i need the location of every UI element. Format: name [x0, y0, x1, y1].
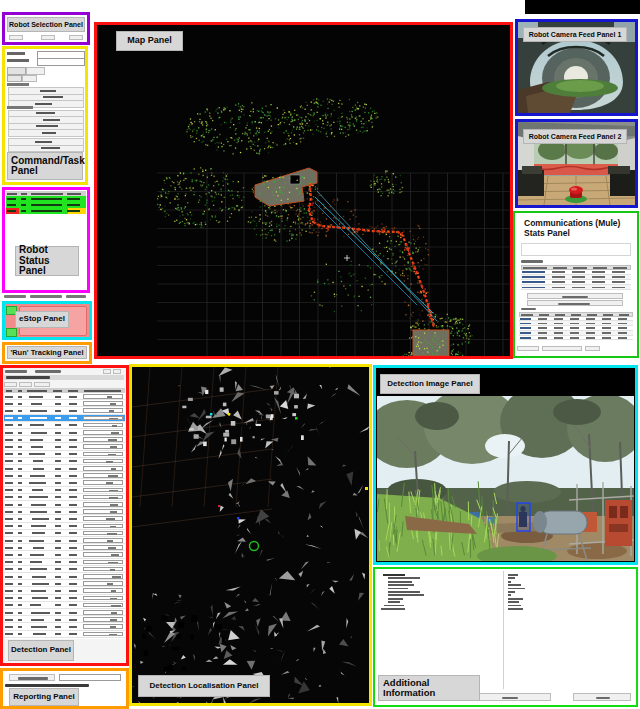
cell-field[interactable]: [83, 552, 123, 557]
detection-row[interactable]: [4, 623, 125, 630]
detection-tab[interactable]: [4, 382, 17, 387]
cell-field[interactable]: [83, 632, 123, 637]
cell-field[interactable]: [83, 430, 123, 435]
comms-tab[interactable]: [542, 346, 582, 351]
detection-row[interactable]: [4, 551, 125, 558]
detection-toolbar-button[interactable]: [113, 369, 121, 374]
detection-row[interactable]: [4, 451, 125, 458]
detection-row[interactable]: [4, 472, 125, 479]
status-tab[interactable]: [4, 295, 26, 298]
cell-field[interactable]: [83, 488, 123, 493]
detection-row[interactable]: [4, 609, 125, 616]
detection-row[interactable]: [4, 407, 125, 414]
cell-field[interactable]: [83, 466, 123, 471]
cell-field[interactable]: [83, 509, 123, 514]
cell-field[interactable]: [83, 473, 123, 478]
cell-field[interactable]: [83, 444, 123, 449]
detection-row[interactable]: [4, 530, 125, 537]
status-row[interactable]: [6, 208, 86, 214]
detection-row[interactable]: [4, 465, 125, 472]
commands-tab[interactable]: [7, 67, 26, 75]
cell-field[interactable]: [83, 452, 123, 457]
cell-field[interactable]: [83, 560, 123, 565]
cell-field[interactable]: [83, 603, 123, 608]
report-input-field[interactable]: [59, 674, 121, 681]
cell-field[interactable]: [83, 531, 123, 536]
detection-row[interactable]: [4, 422, 125, 429]
cell-field[interactable]: [83, 416, 123, 421]
robot-select-button[interactable]: [69, 35, 83, 40]
detection-bounding-box[interactable]: [517, 503, 530, 531]
cell-field[interactable]: [83, 567, 123, 572]
cell-field[interactable]: [83, 624, 123, 629]
command-button[interactable]: [8, 145, 84, 153]
cell-field[interactable]: [83, 545, 123, 550]
detection-row[interactable]: [4, 415, 125, 422]
estop-indicator[interactable]: [6, 328, 17, 337]
cell-field[interactable]: [83, 495, 123, 500]
cell-field[interactable]: [83, 596, 123, 601]
detection-row[interactable]: [4, 508, 125, 515]
detection-row[interactable]: [4, 400, 125, 407]
send-report-button[interactable]: [9, 674, 55, 681]
detection-image[interactable]: [377, 396, 634, 561]
cell-field[interactable]: [83, 502, 123, 507]
sub-tab[interactable]: [7, 75, 22, 82]
add-info-button[interactable]: [573, 693, 631, 701]
cell-field[interactable]: [83, 524, 123, 529]
detection-row[interactable]: [4, 602, 125, 609]
detection-row[interactable]: [4, 573, 125, 580]
command-button[interactable]: [8, 129, 84, 137]
sub-tab[interactable]: [22, 75, 37, 82]
detection-row[interactable]: [4, 595, 125, 602]
robot-select-button[interactable]: [9, 35, 23, 40]
detection-table[interactable]: [4, 388, 125, 639]
cell-field[interactable]: [83, 538, 123, 543]
detection-row[interactable]: [4, 501, 125, 508]
detection-row[interactable]: [4, 566, 125, 573]
detection-row[interactable]: [4, 479, 125, 486]
detection-tab[interactable]: [34, 382, 50, 387]
comms-tab[interactable]: [585, 346, 600, 351]
detection-row[interactable]: [4, 523, 125, 530]
status-tab[interactable]: [30, 295, 62, 298]
detection-row[interactable]: [4, 559, 125, 566]
cell-field[interactable]: [83, 574, 123, 579]
detection-row[interactable]: [4, 580, 125, 587]
detection-row[interactable]: [4, 436, 125, 443]
detection-row[interactable]: [4, 544, 125, 551]
tasks-tab[interactable]: [26, 67, 45, 75]
cell-field[interactable]: [83, 617, 123, 622]
detection-row[interactable]: [4, 458, 125, 465]
status-tab[interactable]: [66, 295, 86, 298]
comms-tab[interactable]: [517, 346, 539, 351]
cell-field[interactable]: [83, 401, 123, 406]
detection-row[interactable]: [4, 537, 125, 544]
cell-field[interactable]: [83, 408, 123, 413]
detection-row[interactable]: [4, 393, 125, 400]
detection-row[interactable]: [4, 616, 125, 623]
cell-field[interactable]: [83, 459, 123, 464]
detection-row[interactable]: [4, 494, 125, 501]
cell-field[interactable]: [83, 437, 123, 442]
cell-field[interactable]: [83, 588, 123, 593]
localisation-3d-view[interactable]: [132, 367, 369, 703]
map-3d-view[interactable]: [97, 25, 510, 356]
detection-tab[interactable]: [19, 382, 32, 387]
detection-row[interactable]: [4, 487, 125, 494]
comms-action-button[interactable]: [527, 300, 623, 306]
detection-row[interactable]: [4, 587, 125, 594]
cell-field[interactable]: [83, 581, 123, 586]
detection-row[interactable]: [4, 515, 125, 522]
cell-field[interactable]: [83, 610, 123, 615]
comms-action-button[interactable]: [527, 293, 623, 299]
cell-field[interactable]: [83, 394, 123, 399]
detection-row[interactable]: [4, 443, 125, 450]
cell-field[interactable]: [83, 480, 123, 485]
table-row[interactable]: [521, 285, 631, 290]
table-row[interactable]: [519, 336, 633, 341]
dropdown[interactable]: [37, 58, 85, 66]
detection-row[interactable]: [4, 631, 125, 638]
robot-select-button[interactable]: [41, 35, 55, 40]
detection-row[interactable]: [4, 429, 125, 436]
